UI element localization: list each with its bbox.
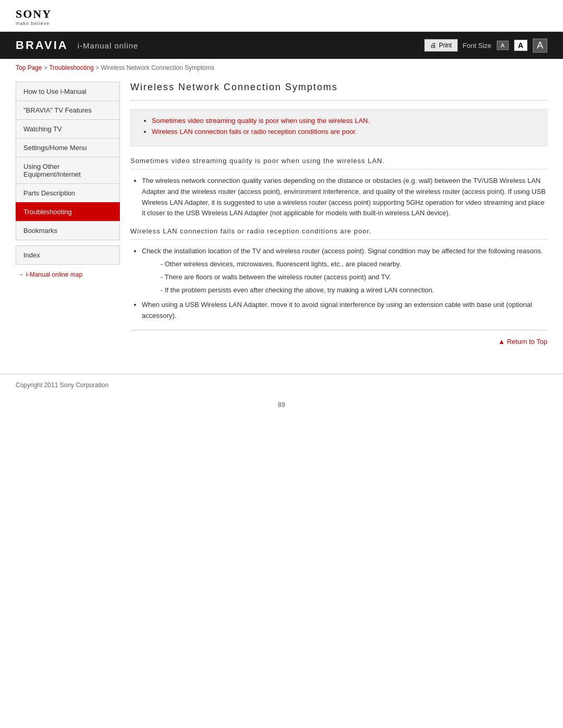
breadcrumb-sep2: > [95, 64, 101, 71]
sidebar-item-troubleshooting[interactable]: Troubleshooting [16, 202, 120, 221]
section2-content: Check the installation location of the T… [130, 246, 547, 322]
return-to-top[interactable]: ▲ Return to Top [130, 330, 547, 353]
sidebar-item-bravia-features[interactable]: "BRAVIA" TV Features [16, 101, 120, 119]
section2-subitems-1: Other wireless devices, microwaves, fluo… [149, 259, 547, 295]
font-medium-button[interactable]: A [514, 40, 528, 51]
print-label: Print [439, 42, 452, 49]
section2-subitem-1: Other wireless devices, microwaves, fluo… [161, 259, 547, 270]
sidebar-item-how-to-use[interactable]: How to Use i-Manual [16, 82, 120, 101]
navbar: BRAVIA i-Manual online 🖨 Print Font Size… [0, 32, 563, 59]
section2-bullet-1: Check the installation location of the T… [142, 246, 547, 295]
navbar-title: i-Manual online [78, 41, 424, 50]
sony-logo: SONY [16, 7, 547, 21]
sidebar-item-settings-home[interactable]: Settings/Home Menu [16, 138, 120, 157]
sidebar-item-using-other[interactable]: Using Other Equipment/Internet [16, 157, 120, 183]
sidebar-item-watching-tv[interactable]: Watching TV [16, 119, 120, 138]
sidebar-item-index[interactable]: Index [16, 245, 120, 265]
breadcrumb: Top Page > Troubleshooting > Wireless Ne… [0, 59, 563, 77]
sony-tagline: make.believe [16, 21, 547, 26]
main-layout: How to Use i-Manual "BRAVIA" TV Features… [0, 77, 563, 363]
summary-link-2[interactable]: Wireless LAN connection fails or radio r… [152, 128, 536, 135]
breadcrumb-current: Wireless Network Connection Symptoms [101, 64, 214, 71]
summary-link-2-anchor[interactable]: Wireless LAN connection fails or radio r… [152, 128, 357, 135]
font-size-label: Font Size [463, 42, 492, 50]
summary-link-1[interactable]: Sometimes video streaming quality is poo… [152, 117, 536, 125]
sidebar-item-bookmarks[interactable]: Bookmarks [16, 221, 120, 240]
footer: Copyright 2011 Sony Corporation [0, 374, 563, 396]
print-button[interactable]: 🖨 Print [424, 39, 458, 52]
copyright-text: Copyright 2011 Sony Corporation [16, 381, 108, 389]
section2-bullet-2: When using a USB Wireless LAN Adapter, m… [142, 300, 547, 322]
map-link-label: i-Manual online map [26, 271, 82, 278]
breadcrumb-sep1: > [44, 64, 49, 71]
breadcrumb-top-page[interactable]: Top Page [16, 64, 42, 71]
print-icon: 🖨 [430, 42, 436, 49]
section2-title: Wireless LAN connection fails or radio r… [130, 227, 547, 240]
section2-subitem-3: If the problem persists even after check… [161, 285, 547, 296]
bravia-logo: BRAVIA [16, 39, 68, 52]
font-small-button[interactable]: A [497, 41, 509, 50]
arrow-icon: → [18, 271, 24, 278]
return-to-top-label: Return to Top [507, 338, 547, 346]
navbar-right: 🖨 Print Font Size A A A [424, 39, 547, 53]
page-title: Wireless Network Connection Symptoms [130, 82, 547, 101]
return-to-top-link[interactable]: ▲ Return to Top [498, 338, 547, 346]
section1-content: The wireless network connection quality … [130, 176, 547, 219]
triangle-icon: ▲ [498, 338, 507, 346]
section1-bullet-1: The wireless network connection quality … [142, 176, 547, 219]
sidebar-map-link[interactable]: → i-Manual online map [16, 271, 120, 278]
content-area: Wireless Network Connection Symptoms Som… [130, 77, 547, 353]
font-large-button[interactable]: A [533, 39, 547, 53]
breadcrumb-troubleshooting[interactable]: Troubleshooting [49, 64, 94, 71]
sidebar-item-parts-description[interactable]: Parts Description [16, 183, 120, 202]
header: SONY make.believe [0, 0, 563, 32]
section2-bullet-1-text: Check the installation location of the T… [142, 247, 543, 255]
section1-title: Sometimes video streaming quality is poo… [130, 157, 547, 169]
page-number: 89 [0, 396, 563, 414]
section2-subitem-2: There are floors or walls between the wi… [161, 272, 547, 283]
summary-box: Sometimes video streaming quality is poo… [130, 109, 547, 146]
sidebar: How to Use i-Manual "BRAVIA" TV Features… [16, 82, 120, 353]
summary-link-1-anchor[interactable]: Sometimes video streaming quality is poo… [152, 117, 370, 125]
